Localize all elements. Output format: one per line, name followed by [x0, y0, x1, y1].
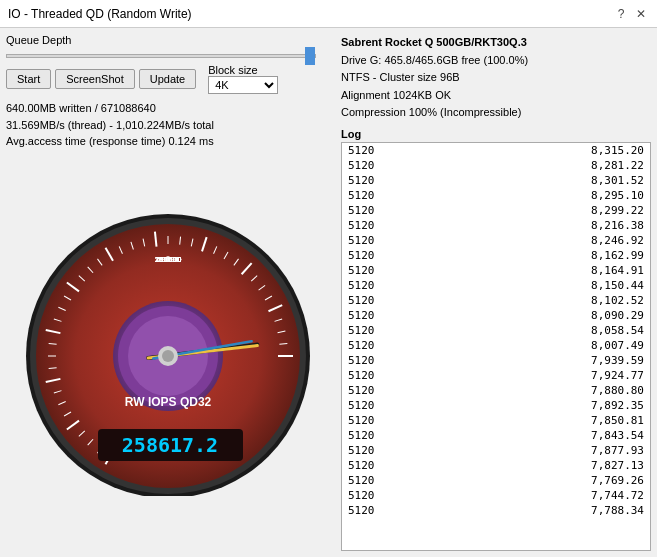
log-col2: 8,315.20 [457, 143, 650, 158]
log-col2: 8,164.91 [457, 263, 650, 278]
log-label: Log [341, 128, 651, 140]
log-col2: 8,150.44 [457, 278, 650, 293]
written-stat: 640.00MB written / 671088640 [6, 100, 329, 117]
log-row: 51207,892.35 [342, 398, 650, 413]
alignment-info: Alignment 1024KB OK [341, 87, 651, 105]
log-row: 51208,162.99 [342, 248, 650, 263]
drive-g: Drive G: 465.8/465.6GB free (100.0%) [341, 52, 651, 70]
log-col2: 8,058.54 [457, 323, 650, 338]
log-col1: 5120 [342, 278, 457, 293]
help-button[interactable]: ? [613, 6, 629, 22]
log-col2: 8,246.92 [457, 233, 650, 248]
log-row: 51207,769.26 [342, 473, 650, 488]
log-col2: 8,162.99 [457, 248, 650, 263]
log-row: 51208,090.29 [342, 308, 650, 323]
main-content: Queue Depth Start ScreenShot Update Bloc… [0, 28, 657, 557]
log-col2: 7,880.80 [457, 383, 650, 398]
log-row: 51207,744.72 [342, 488, 650, 503]
log-col2: 8,216.38 [457, 218, 650, 233]
log-col2: 7,892.35 [457, 398, 650, 413]
log-row: 51208,164.91 [342, 263, 650, 278]
log-col2: 7,924.77 [457, 368, 650, 383]
log-col1: 5120 [342, 203, 457, 218]
buttons-row: Start ScreenShot Update Block size 512B … [6, 64, 329, 94]
log-col2: 7,843.54 [457, 428, 650, 443]
log-col1: 5120 [342, 338, 457, 353]
log-col1: 5120 [342, 323, 457, 338]
log-col1: 5120 [342, 218, 457, 233]
gauge-label: RW IOPS QD32 [124, 395, 211, 409]
block-size-select[interactable]: 512B 1K 2K 4K 8K 16K 32K 64K 128K 256K 5… [208, 76, 278, 94]
log-row: 51207,939.59 [342, 353, 650, 368]
log-row: 51208,007.49 [342, 338, 650, 353]
left-panel: Queue Depth Start ScreenShot Update Bloc… [0, 28, 335, 557]
log-table: 51208,315.2051208,281.2251208,301.525120… [342, 143, 650, 518]
title-buttons: ? ✕ [613, 6, 649, 22]
log-col2: 7,850.81 [457, 413, 650, 428]
block-size-label: Block size [208, 64, 278, 76]
log-row: 51207,827.13 [342, 458, 650, 473]
log-col2: 7,827.13 [457, 458, 650, 473]
window-title: IO - Threaded QD (Random Write) [8, 7, 192, 21]
log-row: 51208,301.52 [342, 173, 650, 188]
block-size-container: Block size 512B 1K 2K 4K 8K 16K 32K 64K … [208, 64, 278, 94]
log-col1: 5120 [342, 353, 457, 368]
start-button[interactable]: Start [6, 69, 51, 89]
log-col1: 5120 [342, 143, 457, 158]
log-col1: 5120 [342, 308, 457, 323]
log-col1: 5120 [342, 263, 457, 278]
queue-depth-slider[interactable] [6, 54, 316, 58]
ntfs-info: NTFS - Cluster size 96B [341, 69, 651, 87]
avg-access-stat: Avg.access time (response time) 0.124 ms [6, 133, 329, 150]
log-row: 51208,058.54 [342, 323, 650, 338]
log-col2: 8,090.29 [457, 308, 650, 323]
slider-wrapper [6, 48, 316, 60]
log-col2: 7,769.26 [457, 473, 650, 488]
log-row: 51208,216.38 [342, 218, 650, 233]
log-col1: 5120 [342, 248, 457, 263]
log-col2: 8,007.49 [457, 338, 650, 353]
log-col1: 5120 [342, 473, 457, 488]
log-container[interactable]: 51208,315.2051208,281.2251208,301.525120… [341, 142, 651, 551]
log-row: 51207,843.54 [342, 428, 650, 443]
log-row: 51207,880.80 [342, 383, 650, 398]
log-col2: 7,939.59 [457, 353, 650, 368]
title-bar: IO - Threaded QD (Random Write) ? ✕ [0, 0, 657, 28]
log-col2: 7,744.72 [457, 488, 650, 503]
update-button[interactable]: Update [139, 69, 196, 89]
log-col1: 5120 [342, 413, 457, 428]
svg-point-62 [162, 350, 174, 362]
log-col1: 5120 [342, 173, 457, 188]
log-col1: 5120 [342, 188, 457, 203]
screenshot-button[interactable]: ScreenShot [55, 69, 134, 89]
log-row: 51208,299.22 [342, 203, 650, 218]
log-col1: 5120 [342, 443, 457, 458]
log-col2: 8,301.52 [457, 173, 650, 188]
log-row: 51207,788.34 [342, 503, 650, 518]
right-panel: Sabrent Rocket Q 500GB/RKT30Q.3 Drive G:… [335, 28, 657, 557]
log-col2: 8,102.52 [457, 293, 650, 308]
log-col2: 8,299.22 [457, 203, 650, 218]
log-col1: 5120 [342, 428, 457, 443]
log-col1: 5120 [342, 503, 457, 518]
log-col2: 7,877.93 [457, 443, 650, 458]
gauge-value: 258617.2 [121, 433, 217, 457]
log-row: 51207,877.93 [342, 443, 650, 458]
close-button[interactable]: ✕ [633, 6, 649, 22]
log-row: 51208,281.22 [342, 158, 650, 173]
svg-text:265000: 265000 [154, 255, 181, 264]
gauge-container: 0 26500 53000 79500 106000 132500 159000… [6, 156, 329, 552]
compression-info: Compression 100% (Incompressible) [341, 104, 651, 122]
log-col1: 5120 [342, 398, 457, 413]
queue-depth-label: Queue Depth [6, 34, 329, 46]
log-row: 51208,315.20 [342, 143, 650, 158]
log-col1: 5120 [342, 488, 457, 503]
log-row: 51208,246.92 [342, 233, 650, 248]
log-col2: 7,788.34 [457, 503, 650, 518]
log-row: 51208,102.52 [342, 293, 650, 308]
log-col1: 5120 [342, 383, 457, 398]
log-body: 51208,315.2051208,281.2251208,301.525120… [342, 143, 650, 518]
log-row: 51207,924.77 [342, 368, 650, 383]
log-col1: 5120 [342, 368, 457, 383]
log-row: 51208,150.44 [342, 278, 650, 293]
